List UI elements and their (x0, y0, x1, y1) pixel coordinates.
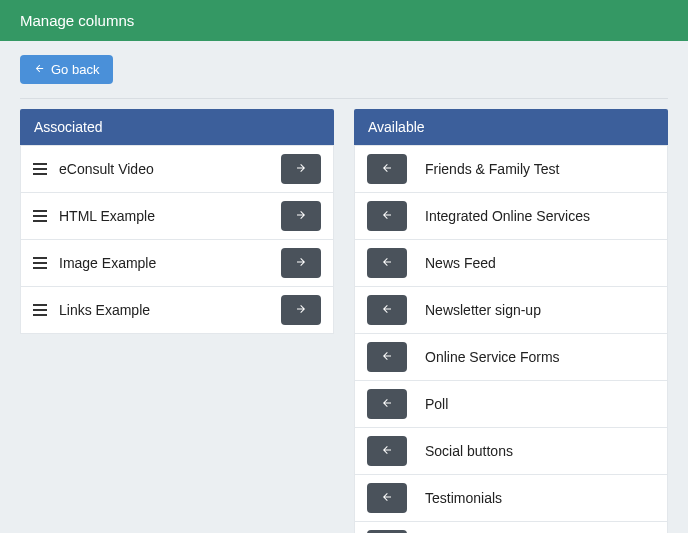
move-left-button[interactable] (367, 295, 407, 325)
associated-panel-body: eConsult VideoHTML ExampleImage ExampleL… (20, 145, 334, 334)
available-row[interactable]: Online Service Forms (354, 334, 668, 381)
arrow-left-icon (381, 397, 393, 412)
go-back-button[interactable]: Go back (20, 55, 113, 84)
available-row-label: Testimonials (425, 490, 655, 506)
move-left-button[interactable] (367, 154, 407, 184)
associated-row-label: eConsult Video (59, 161, 269, 177)
arrow-left-icon (381, 350, 393, 365)
available-row-label: Friends & Family Test (425, 161, 655, 177)
arrow-left-icon (381, 162, 393, 177)
arrow-right-icon (295, 209, 307, 224)
move-left-button[interactable] (367, 248, 407, 278)
available-row[interactable]: News Feed (354, 240, 668, 287)
move-left-button[interactable] (367, 436, 407, 466)
available-panel-title: Available (368, 119, 425, 135)
associated-row[interactable]: Links Example (20, 287, 334, 334)
associated-row-label: HTML Example (59, 208, 269, 224)
available-panel: Available Friends & Family TestIntegrate… (354, 109, 668, 533)
toolbar: Go back (0, 41, 688, 98)
arrow-left-icon (381, 209, 393, 224)
available-row-label: Integrated Online Services (425, 208, 655, 224)
associated-panel: Associated eConsult VideoHTML ExampleIma… (20, 109, 334, 334)
available-row[interactable]: Testimonials (354, 475, 668, 522)
available-panel-header: Available (354, 109, 668, 145)
available-row-label: News Feed (425, 255, 655, 271)
arrow-left-icon (381, 303, 393, 318)
drag-handle-icon[interactable] (33, 163, 47, 175)
arrow-left-icon (381, 491, 393, 506)
available-row-label: Poll (425, 396, 655, 412)
move-left-button[interactable] (367, 483, 407, 513)
arrow-left-icon (34, 62, 45, 77)
available-row[interactable]: Friends & Family Test (354, 145, 668, 193)
available-row[interactable]: Social buttons (354, 428, 668, 475)
columns-container: Associated eConsult VideoHTML ExampleIma… (0, 99, 688, 533)
available-row[interactable]: Integrated Online Services (354, 193, 668, 240)
associated-panel-header: Associated (20, 109, 334, 145)
arrow-right-icon (295, 303, 307, 318)
drag-handle-icon[interactable] (33, 210, 47, 222)
arrow-left-icon (381, 256, 393, 271)
drag-handle-icon[interactable] (33, 304, 47, 316)
available-row-label: Online Service Forms (425, 349, 655, 365)
associated-row-label: Links Example (59, 302, 269, 318)
associated-row[interactable]: Image Example (20, 240, 334, 287)
available-row[interactable]: Poll (354, 381, 668, 428)
page-title: Manage columns (20, 12, 134, 29)
move-right-button[interactable] (281, 248, 321, 278)
available-row-label: Social buttons (425, 443, 655, 459)
associated-row[interactable]: HTML Example (20, 193, 334, 240)
move-right-button[interactable] (281, 154, 321, 184)
available-row[interactable]: Newsletter sign-up (354, 287, 668, 334)
available-row-label: Newsletter sign-up (425, 302, 655, 318)
move-right-button[interactable] (281, 201, 321, 231)
arrow-right-icon (295, 256, 307, 271)
associated-row-label: Image Example (59, 255, 269, 271)
available-row[interactable]: Upcoming Events (354, 522, 668, 533)
associated-row[interactable]: eConsult Video (20, 145, 334, 193)
drag-handle-icon[interactable] (33, 257, 47, 269)
available-panel-body: Friends & Family TestIntegrated Online S… (354, 145, 668, 533)
move-right-button[interactable] (281, 295, 321, 325)
move-left-button[interactable] (367, 389, 407, 419)
move-left-button[interactable] (367, 201, 407, 231)
associated-panel-title: Associated (34, 119, 102, 135)
page-header: Manage columns (0, 0, 688, 41)
go-back-label: Go back (51, 62, 99, 77)
move-left-button[interactable] (367, 342, 407, 372)
arrow-right-icon (295, 162, 307, 177)
arrow-left-icon (381, 444, 393, 459)
